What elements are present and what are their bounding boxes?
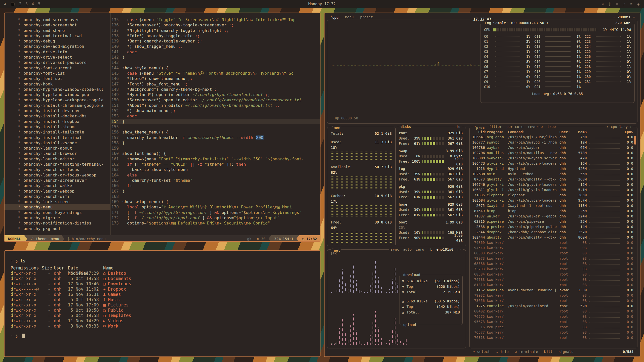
code-line[interactable]: 160show_font_menu() { bbox=[111, 151, 320, 156]
code-line[interactable]: 140 *) show_trigger_menu ;; bbox=[111, 44, 320, 49]
file-item[interactable]: *omarchy-menu-keybindings bbox=[5, 210, 110, 215]
file-item[interactable]: *omarchy-launch-or-focus-webapp bbox=[5, 172, 110, 178]
sort-next-icon[interactable]: › bbox=[630, 125, 632, 129]
reverse-button[interactable]: reverse bbox=[528, 124, 543, 130]
code-line[interactable]: 157 omarchy-launch-walker -m menus:omarc… bbox=[111, 135, 320, 140]
file-item[interactable]: *omarchy-launch-screensaver bbox=[5, 178, 110, 183]
code-line[interactable]: 146 *Theme*) show_theme_menu ;; bbox=[111, 76, 320, 81]
process-row[interactable]: 76575kworker/root0B0.0 bbox=[470, 314, 637, 319]
code-line[interactable]: 156show_theme_menu() { bbox=[111, 129, 320, 135]
code-line[interactable]: 158} bbox=[111, 140, 320, 146]
code-line[interactable]: 163 back_to show_style_menu bbox=[111, 167, 320, 172]
process-row[interactable]: 87573ghostty/usr/bin/ghostty --gtk-dhh36… bbox=[470, 177, 637, 182]
file-item[interactable]: *omarchy-install-dev-env bbox=[5, 108, 110, 113]
interval-decrease-button[interactable]: - bbox=[613, 15, 615, 20]
filter-button[interactable]: filter bbox=[489, 124, 502, 130]
process-row[interactable]: 94540kworker/root0B0.0 bbox=[470, 245, 637, 251]
process-row[interactable]: 102638nvimnvim --embeddhh56M0.0 bbox=[470, 171, 637, 177]
folder-name[interactable]: ▦Pictures bbox=[101, 302, 320, 308]
process-row[interactable]: 1162avahi-daavahi-daemon: running [avahi… bbox=[470, 288, 637, 293]
tree-button[interactable]: tree bbox=[547, 124, 556, 130]
process-row[interactable]: 68584kworker/root0B0.0 bbox=[470, 272, 637, 277]
process-row[interactable]: 79932kworker/root0B0.0 bbox=[470, 293, 637, 298]
code-line[interactable]: 138 *Idle*) omarchy-toggle-idle ;; bbox=[111, 33, 320, 38]
file-item[interactable]: *omarchy-debug bbox=[5, 38, 110, 44]
code-line[interactable]: 167} bbox=[111, 189, 320, 194]
file-item[interactable]: *omarchy-launch-about bbox=[5, 146, 110, 151]
process-row[interactable]: 2075XwaylandXwayland :1 -rootless -dhh11… bbox=[470, 203, 637, 208]
proc-hint-button[interactable]: signals bbox=[558, 349, 573, 354]
process-row[interactable]: 63816pipewire/usr/bin/pipewiredhh25M0.0 bbox=[470, 219, 637, 224]
process-row[interactable]: 2586pipewire/usr/bin/pipewire-pulsedhh14… bbox=[470, 224, 637, 230]
code-line[interactable]: 142} bbox=[111, 55, 320, 60]
volume-icon[interactable]: ♪ bbox=[623, 2, 625, 6]
file-item[interactable]: *omarchy-hook bbox=[5, 81, 110, 87]
code-line[interactable]: 162 if [[ "$theme" == "CNCLD" || -z "$th… bbox=[111, 162, 320, 167]
file-item[interactable]: *omarchy-launch-walker bbox=[5, 183, 110, 188]
file-item[interactable]: *omarchy-cmd-screenshot bbox=[5, 22, 110, 28]
code-line[interactable]: 166 fi bbox=[111, 183, 320, 188]
omarchy-logo-icon[interactable]: ❖ bbox=[4, 2, 6, 6]
file-item[interactable]: *omarchy-install-terminal bbox=[5, 135, 110, 140]
process-row[interactable]: 74869kworker/root0B0.0 bbox=[470, 240, 637, 245]
proc-hint-button[interactable]: Kill bbox=[544, 349, 553, 354]
code-line[interactable]: 153 esac bbox=[111, 113, 320, 119]
proc-hint-button[interactable]: ↵ terminate bbox=[515, 349, 538, 354]
file-item[interactable]: *omarchy-drive-set-password bbox=[5, 60, 110, 65]
terminal-window[interactable]: ~❯ls PermissionsSizeUserDate ModifiedNam… bbox=[4, 250, 320, 357]
folder-name[interactable]: ❏Documents bbox=[101, 276, 320, 281]
file-item[interactable]: *omarchy-hyprland-workspace-toggle bbox=[5, 97, 110, 103]
code-line[interactable]: 136 *Screensaver*) omarchy-toggle-screen… bbox=[111, 22, 320, 28]
code-line[interactable]: 143 bbox=[111, 60, 320, 65]
code-line[interactable]: 139 *Bar*) omarchy-toggle-waybar ;; bbox=[111, 38, 320, 44]
process-row[interactable]: 106786waybar/usr/bin/waybardhh67M0.0 bbox=[470, 145, 637, 150]
folder-name[interactable]: ⌂Desktop bbox=[101, 271, 320, 276]
next-iface-button[interactable]: n› bbox=[457, 247, 462, 252]
code-line[interactable]: 145 case $(menu "Style" "❖ Theme\nⒶ Font… bbox=[111, 71, 320, 76]
file-item[interactable]: *omarchy-drive-info bbox=[5, 49, 110, 55]
process-row[interactable]: 73656kworker/root0B0.0 bbox=[470, 298, 637, 303]
process-row[interactable]: 76313kworker/root0B0.0 bbox=[470, 335, 637, 340]
code-line[interactable]: 148 *Background*) omarchy-theme-bg-next … bbox=[111, 87, 320, 92]
code-line[interactable]: 137 *Nightlight*) omarchy-toggle-nightli… bbox=[111, 28, 320, 33]
proc-hint-button[interactable]: ↓ info bbox=[496, 349, 509, 354]
file-item[interactable]: *omarchy-cmd-screensaver bbox=[5, 17, 110, 22]
file-item[interactable]: *omarchy-launch-wifi bbox=[5, 194, 110, 199]
prev-iface-button[interactable]: ‹b bbox=[428, 247, 432, 252]
file-item[interactable]: *omarchy-font-set bbox=[5, 76, 110, 81]
file-item[interactable]: *omarchy-drive-select bbox=[5, 55, 110, 60]
keyboard-icon[interactable]: ⌨ bbox=[616, 2, 618, 6]
file-item[interactable]: *omarchy-notification-dismiss bbox=[5, 220, 110, 226]
process-row[interactable]: 71837walker/usr/bin/walker --gappldhh324… bbox=[470, 214, 637, 219]
folder-name[interactable]: ❏Downloads bbox=[101, 281, 320, 287]
code-line[interactable]: 147 *Font*) show_font_menu ;; bbox=[111, 81, 320, 87]
file-item[interactable]: *omarchy-cmd-terminal-cwd bbox=[5, 33, 110, 38]
network-updown-icon[interactable]: ⇄ bbox=[601, 2, 603, 6]
process-row[interactable]: 1275containe/usr/bin/containerdroot52M0.… bbox=[470, 303, 637, 309]
file-item[interactable]: *omarchy-install-docker-dbs bbox=[5, 113, 110, 119]
process-scrollbar[interactable] bbox=[634, 136, 636, 145]
file-item[interactable]: *omarchy-migrate bbox=[5, 215, 110, 220]
code-line[interactable]: 169show_setup_menu() { bbox=[111, 199, 320, 204]
code-line[interactable]: 149 *Hyprland*) open_in_editor ~/.config… bbox=[111, 92, 320, 97]
workspace-button[interactable]: 4 bbox=[32, 2, 34, 6]
file-item[interactable]: *omarchy-install-dropbox bbox=[5, 119, 110, 124]
interval-increase-button[interactable]: + bbox=[633, 15, 635, 20]
process-row[interactable]: 72073kworker/root0B0.0 bbox=[470, 256, 637, 261]
file-item[interactable]: *omarchy-launch-browser bbox=[5, 151, 110, 156]
process-row[interactable]: 103684glycin-i/usr/lib/glycin-loadersdhh… bbox=[470, 198, 637, 203]
workspace-button[interactable]: 2 bbox=[19, 2, 21, 6]
auto-button[interactable]: auto bbox=[403, 247, 412, 252]
code-line[interactable]: 152 *) show_main_menu ;; bbox=[111, 108, 320, 113]
process-row[interactable]: 95673kworker/root0B0.0 bbox=[470, 319, 637, 325]
process-row[interactable]: 16rcu_preeroot0B0.0 bbox=[470, 325, 637, 330]
code-line[interactable]: 155 bbox=[111, 124, 320, 129]
bluetooth-icon[interactable]: ᛒ bbox=[609, 2, 611, 6]
file-item[interactable]: *omarchy-hyprland-window-pop bbox=[5, 92, 110, 97]
process-row[interactable]: 1916HyprlandHyprlanddhh420M0.0 bbox=[470, 166, 637, 171]
code-line[interactable]: 170 local options="♪ Audio\n≋ Wifi\nᛒ Bl… bbox=[111, 204, 320, 210]
code-line[interactable]: 173 options="$options\n▤ Defaults\n⊕ DNS… bbox=[111, 220, 320, 226]
file-item[interactable]: *omarchy-font-current bbox=[5, 65, 110, 71]
code-line[interactable]: 144show_style_menu() { bbox=[111, 65, 320, 71]
preset-button[interactable]: preset bbox=[360, 15, 373, 20]
